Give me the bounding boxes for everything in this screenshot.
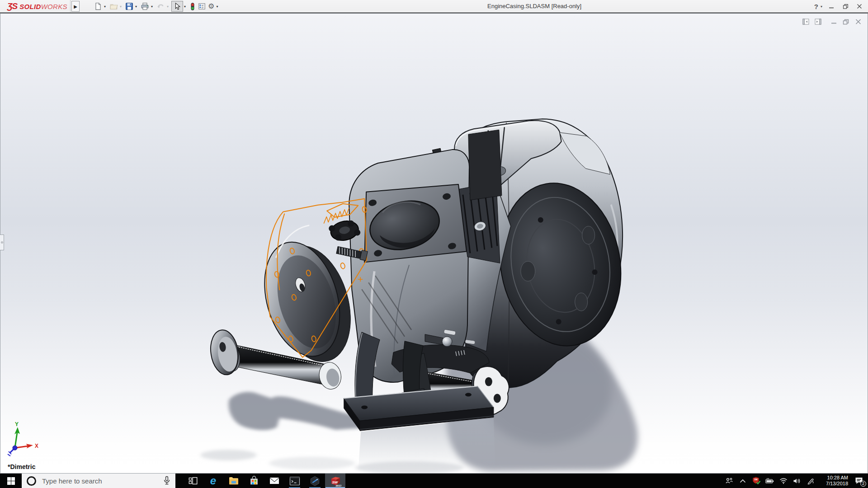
title-bar: ƷS SOLID WORKS ▶ ▾ ▾ [0, 0, 868, 13]
file-properties-button[interactable] [197, 1, 207, 12]
taskbar-app-file-explorer[interactable] [223, 474, 244, 488]
doc-close-icon [855, 19, 861, 24]
options-button[interactable]: ⚙ [207, 1, 215, 12]
solidworks-app-icon: SW 2017 [330, 475, 341, 487]
doc-restore-button[interactable] [842, 18, 850, 25]
open-button[interactable] [108, 1, 119, 12]
traffic-light-icon [189, 2, 196, 11]
cylinder-face [364, 184, 467, 262]
windows-ink-icon[interactable] [804, 474, 817, 488]
volume-icon[interactable] [790, 474, 804, 488]
file-properties-icon [198, 2, 206, 10]
search-placeholder-text: Type here to search [42, 477, 102, 485]
edge-icon: e [210, 475, 216, 486]
print-button[interactable] [140, 1, 150, 12]
new-document-icon [94, 2, 102, 10]
brand-text-works: WORKS [41, 3, 67, 10]
rear-plate [468, 130, 502, 200]
windows-taskbar: Type here to search e [0, 474, 868, 488]
sw-cube-year: 2017 [335, 484, 341, 487]
solidworks-logo: ƷS SOLID WORKS [7, 1, 67, 11]
dock-left-icon [802, 19, 809, 25]
close-button[interactable] [854, 2, 864, 11]
help-dropdown-arrow[interactable]: ▾ [821, 5, 822, 9]
solidworks-resource-monitor-icon[interactable]: SW [750, 474, 763, 488]
microsoft-store-icon [249, 476, 259, 486]
undo-dropdown-arrow[interactable]: ▾ [167, 5, 169, 9]
system-tray: SW [722, 474, 868, 488]
doc-minimize-button[interactable] [830, 18, 838, 25]
new-dropdown-arrow[interactable]: ▾ [104, 5, 106, 9]
open-folder-icon [109, 2, 118, 10]
cortana-icon [27, 476, 36, 486]
quick-access-toolbar: ▾ ▾ ▾ [93, 1, 221, 12]
titlebar-separator [70, 0, 71, 13]
microphone-icon[interactable] [163, 476, 171, 488]
doc-restore-icon [843, 19, 849, 25]
windows-logo-icon [7, 477, 15, 485]
dock-pane-right-button[interactable] [814, 18, 822, 25]
new-document-button[interactable] [93, 1, 103, 12]
open-dropdown-arrow[interactable]: ▾ [120, 5, 122, 9]
file-explorer-icon [228, 476, 239, 486]
gear-icon: ⚙ [208, 3, 214, 10]
document-title: EngineCasing.SLDASM [Read-only] [487, 3, 581, 9]
minimize-icon [829, 4, 834, 9]
taskbar-app-mail[interactable] [264, 474, 284, 488]
battery-icon[interactable] [763, 474, 777, 488]
view-indicator-button[interactable] [189, 1, 197, 12]
taskbar-app-solidworks[interactable]: SW 2017 [325, 474, 345, 488]
splitter-grip-icon [1, 241, 3, 244]
document-window-controls [802, 18, 862, 25]
undo-icon [156, 2, 165, 10]
titlebar-controls: ? ▾ [814, 0, 864, 13]
orientation-triad: Y X [8, 421, 38, 456]
print-dropdown-arrow[interactable]: ▾ [151, 5, 153, 9]
people-icon[interactable] [722, 474, 736, 488]
panel-splitter-tab[interactable] [0, 235, 4, 250]
sw-cube-text: SW [332, 480, 338, 484]
clock-date: 7/13/2018 [820, 481, 848, 487]
select-tool-button[interactable] [171, 1, 183, 12]
dock-pane-left-button[interactable] [802, 18, 810, 25]
save-button[interactable] [124, 1, 134, 12]
notification-badge: 2 [860, 481, 866, 487]
taskbar-app-task-view[interactable] [183, 474, 203, 488]
flyout-arrow-icon: ▶ [74, 4, 77, 9]
undo-button[interactable] [156, 1, 166, 12]
start-button[interactable] [0, 474, 22, 488]
graphics-area[interactable]: Y X [0, 13, 868, 474]
wifi-icon[interactable] [777, 474, 790, 488]
taskbar-clock[interactable]: 10:28 AM 7/13/2018 [820, 475, 848, 487]
save-dropdown-arrow[interactable]: ▾ [135, 5, 137, 9]
minimize-button[interactable] [826, 2, 836, 11]
restore-icon [843, 4, 849, 9]
menu-flyout-button[interactable]: ▶ [71, 1, 80, 12]
3d-model-canvas: Y X [0, 14, 868, 473]
mail-icon [269, 476, 280, 485]
options-dropdown-arrow[interactable]: ▾ [216, 5, 218, 9]
action-center-button[interactable]: 2 [850, 474, 868, 488]
taskbar-apps: e [183, 474, 345, 488]
help-button[interactable]: ? [814, 3, 818, 10]
select-dropdown-arrow[interactable]: ▾ [184, 5, 186, 9]
taskbar-app-edge[interactable]: e [203, 474, 223, 488]
edrawings-hexagon-icon [310, 476, 320, 486]
close-icon [857, 4, 862, 9]
triad-x-label: X [35, 443, 38, 449]
save-floppy-icon [125, 2, 133, 10]
restore-button[interactable] [840, 2, 850, 11]
view-orientation-label: *Dimetric [8, 463, 35, 470]
print-icon [141, 2, 149, 10]
taskbar-app-command-prompt[interactable] [284, 474, 305, 488]
chevron-up-icon[interactable] [736, 474, 750, 488]
taskbar-app-edrawings[interactable] [305, 474, 325, 488]
task-view-icon [188, 476, 198, 486]
select-cursor-icon [173, 2, 182, 11]
stand-cast-shadow [229, 392, 365, 430]
taskbar-app-store[interactable] [244, 474, 264, 488]
brand-text-solid: SOLID [19, 3, 41, 10]
doc-close-button[interactable] [854, 18, 862, 25]
clock-time: 10:28 AM [820, 475, 848, 481]
taskbar-search[interactable]: Type here to search [22, 474, 175, 488]
